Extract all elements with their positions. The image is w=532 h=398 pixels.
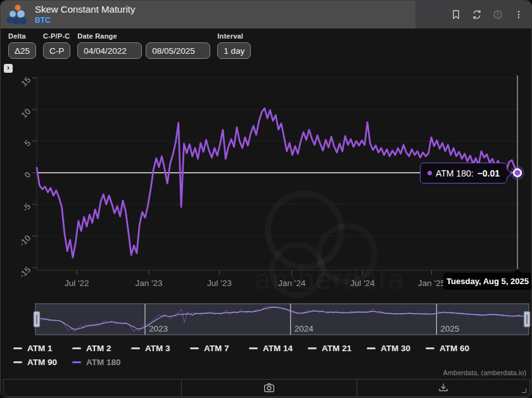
delta-button[interactable]: Δ25 bbox=[8, 42, 36, 59]
x-axis-label: Jul '24 bbox=[350, 278, 375, 288]
toolbar-empty-cell bbox=[4, 380, 182, 396]
bottom-toolbar bbox=[3, 379, 530, 397]
navigator-year-label: 2023 bbox=[149, 324, 168, 333]
download-icon[interactable] bbox=[436, 381, 450, 395]
asset-label: BTC bbox=[35, 16, 135, 25]
y-axis-label: -10 bbox=[17, 233, 32, 249]
legend-label: ATM 21 bbox=[322, 344, 352, 353]
legend-item-atm-30[interactable]: ATM 30 bbox=[367, 344, 426, 353]
tooltip-series-label: ATM 180: bbox=[436, 168, 474, 178]
y-axis-label: 15 bbox=[19, 75, 32, 89]
legend-label: ATM 90 bbox=[27, 358, 57, 367]
date-range-group: Date Range 04/04/2022 08/05/2025 bbox=[77, 32, 210, 59]
legend-marker bbox=[190, 347, 199, 349]
header-actions bbox=[415, 1, 532, 28]
legend-marker bbox=[72, 347, 81, 349]
legend-label: ATM 180 bbox=[86, 358, 121, 367]
date-tooltip: Tuesday, Aug 5, 2025 bbox=[443, 273, 532, 290]
bookmark-icon[interactable] bbox=[450, 8, 462, 21]
interval-group: Interval 1 day bbox=[217, 32, 251, 59]
legend-label: ATM 3 bbox=[145, 344, 170, 353]
header-bar: Skew Constant Maturity BTC bbox=[1, 1, 532, 28]
app-window: Skew Constant Maturity BTC bbox=[0, 0, 532, 398]
range-navigator[interactable]: 202320242025 bbox=[1, 302, 532, 338]
amberdata-logo bbox=[6, 3, 30, 27]
legend-marker bbox=[249, 347, 258, 349]
legend-item-atm-2[interactable]: ATM 2 bbox=[72, 344, 131, 353]
y-axis-label: 5 bbox=[22, 139, 32, 149]
page-title: Skew Constant Maturity bbox=[35, 4, 135, 15]
legend-marker bbox=[13, 361, 22, 363]
chart-controls: Delta Δ25 C-P/P-C C-P Date Range 04/04/2… bbox=[8, 32, 251, 59]
legend-marker bbox=[13, 347, 22, 349]
navigator-year-label: 2024 bbox=[294, 324, 314, 333]
legend-label: ATM 7 bbox=[204, 344, 229, 353]
x-axis-label: Jan '23 bbox=[135, 278, 162, 288]
date-from-input[interactable]: 04/04/2022 bbox=[77, 42, 142, 59]
point-tooltip: ATM 180: −0.01 bbox=[420, 163, 507, 183]
delta-group: Delta Δ25 bbox=[8, 32, 36, 59]
delta-label: Delta bbox=[8, 32, 36, 40]
refresh-icon[interactable] bbox=[471, 8, 483, 21]
legend-label: ATM 30 bbox=[381, 344, 410, 353]
resize-handle[interactable] bbox=[522, 389, 526, 393]
legend-item-atm-21[interactable]: ATM 21 bbox=[308, 344, 367, 353]
toolbar-screenshot-cell bbox=[182, 380, 357, 396]
y-axis-label: 10 bbox=[19, 107, 32, 120]
toolbar-download-cell bbox=[357, 380, 529, 396]
date-range-label: Date Range bbox=[77, 32, 210, 40]
x-axis-label: Jan '24 bbox=[278, 278, 306, 288]
credit-text: Amberdata, (amberdata.io) bbox=[443, 369, 526, 376]
legend-label: ATM 14 bbox=[263, 344, 293, 353]
legend-marker bbox=[367, 347, 376, 349]
cp-pc-label: C-P/P-C bbox=[43, 32, 70, 40]
legend-label: ATM 1 bbox=[27, 344, 53, 353]
legend-marker bbox=[426, 347, 434, 349]
legend-item-atm-1[interactable]: ATM 1 bbox=[13, 344, 72, 353]
legend-item-atm-3[interactable]: ATM 3 bbox=[131, 344, 190, 353]
legend-item-atm-7[interactable]: ATM 7 bbox=[190, 344, 249, 353]
interval-label: Interval bbox=[217, 32, 251, 40]
legend-label: ATM 60 bbox=[440, 344, 469, 353]
tooltip-value: −0.01 bbox=[478, 168, 500, 178]
cp-pc-group: C-P/P-C C-P bbox=[43, 32, 70, 59]
main-chart-plot-area[interactable]: amberdata151050-5-10-15Jul '22Jan '23Jul… bbox=[1, 69, 532, 301]
cp-pc-button[interactable]: C-P bbox=[43, 42, 70, 59]
camera-icon[interactable] bbox=[262, 381, 276, 395]
last-point-marker bbox=[514, 169, 521, 177]
legend-marker bbox=[308, 347, 317, 349]
x-axis-label: Jan '25 bbox=[418, 278, 445, 288]
x-axis-label: Jul '23 bbox=[207, 278, 232, 288]
y-axis-label: -5 bbox=[20, 202, 32, 214]
interval-button[interactable]: 1 day bbox=[217, 42, 251, 59]
legend-label: ATM 2 bbox=[86, 344, 111, 353]
legend-marker bbox=[72, 361, 81, 363]
legend-item-atm-180[interactable]: ATM 180 bbox=[72, 358, 131, 367]
info-icon[interactable] bbox=[491, 8, 504, 21]
series-dot-icon bbox=[428, 171, 432, 175]
navigator-left-handle[interactable] bbox=[34, 311, 40, 327]
more-menu-icon[interactable] bbox=[512, 8, 525, 21]
x-axis-label: Jul '22 bbox=[65, 278, 89, 288]
legend-item-atm-60[interactable]: ATM 60 bbox=[426, 344, 484, 353]
legend-item-atm-90[interactable]: ATM 90 bbox=[13, 358, 72, 367]
y-axis-label: -15 bbox=[17, 265, 32, 280]
navigator-right-handle[interactable] bbox=[524, 311, 530, 327]
legend-item-atm-14[interactable]: ATM 14 bbox=[249, 344, 308, 353]
date-to-input[interactable]: 08/05/2025 bbox=[146, 42, 210, 59]
legend-marker bbox=[131, 347, 140, 349]
y-axis-label: 0 bbox=[22, 170, 32, 180]
navigator-year-label: 2025 bbox=[440, 324, 459, 333]
legend: ATM 1ATM 2ATM 3ATM 7ATM 14ATM 21ATM 30AT… bbox=[13, 344, 526, 367]
